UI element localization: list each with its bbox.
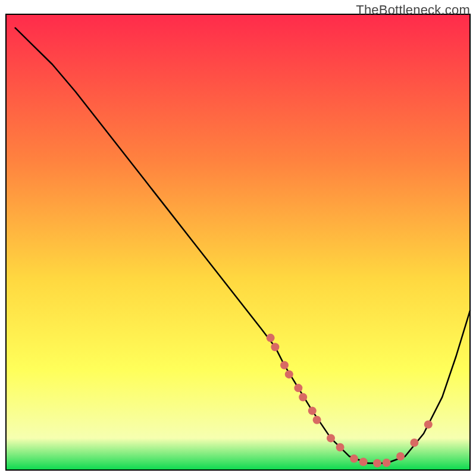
scatter-point [267,334,275,342]
scatter-point [424,420,433,428]
scatter-point [336,443,345,452]
scatter-point [383,459,391,467]
watermark-text: TheBottleneck.com [356,2,470,18]
scatter-point [285,370,293,378]
scatter-point [271,343,279,351]
scatter-point [294,384,302,392]
scatter-point [396,452,405,461]
gradient-background [6,14,470,470]
scatter-point [350,455,358,463]
scatter-point [308,406,317,415]
scatter-point [299,393,307,401]
scatter-point [327,434,335,442]
scatter-point [359,458,368,466]
chart-container: TheBottleneck.com [0,0,476,476]
scatter-point [373,459,381,468]
scatter-point [313,416,321,424]
scatter-point [410,439,418,447]
bottleneck-chart [0,0,476,476]
scatter-point [280,361,289,369]
